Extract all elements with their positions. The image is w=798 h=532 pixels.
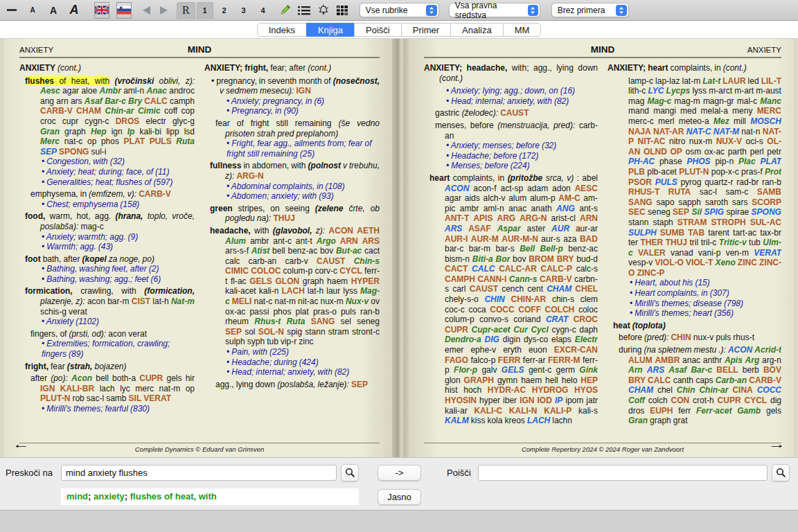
remedy[interactable]: carl [452,284,466,294]
remedy[interactable]: act-sp [501,184,524,193]
remedy[interactable]: AUR-I [445,234,468,244]
remedy[interactable]: COCC [757,385,781,395]
remedy[interactable]: Asaf [85,96,103,106]
remedy[interactable]: sac-l [87,393,104,403]
remedy[interactable]: spirae [727,207,750,217]
remedy[interactable]: Bor [496,254,511,264]
remedy[interactable]: BELL [716,365,738,375]
remedy[interactable]: osm [685,147,701,157]
remedy[interactable]: Ambr [99,86,121,96]
remedy[interactable]: nat-m [159,384,180,393]
tab-poišči[interactable]: Poišči [354,23,402,37]
remedy[interactable]: coriand [513,314,540,324]
remedy[interactable]: hyper [479,396,500,405]
remedy[interactable]: CALC-AR [499,264,537,274]
goto-button[interactable]: -> [378,465,421,481]
remedy[interactable]: Tritic-v [719,238,747,247]
remedy[interactable]: EUPH [650,406,673,416]
remedy[interactable]: carb-v [285,256,308,266]
remedy[interactable]: SPONG [752,207,781,217]
remedy[interactable]: AESC [575,184,598,193]
rubric-list-icon[interactable] [298,2,310,19]
cross-reference[interactable]: • Mirilli's themes; fearful (830) [19,404,195,414]
remedy[interactable]: Manc [760,96,781,106]
remedy[interactable]: AMBR [655,355,680,365]
tab-mm[interactable]: MM [503,23,542,37]
remedy[interactable]: CON [671,396,690,405]
remedy[interactable]: pras-f [741,167,763,177]
remedy[interactable]: coff [164,106,177,116]
tab-knjiga[interactable]: Knjiga [306,23,355,37]
remedy[interactable]: HYPER [351,276,380,286]
rubric-entry[interactable]: fullness in abdomen, with (polnost v tre… [204,161,380,181]
rubric-entry[interactable]: heat (toplota) [608,321,781,331]
remedy[interactable]: lach [100,384,115,393]
cross-reference[interactable]: • Menses; before (224) [424,161,598,171]
remedy[interactable]: ZINC-P [637,268,664,278]
remedy[interactable]: CALC [144,96,167,106]
remedy[interactable]: STROPH [711,218,746,227]
remedy[interactable]: Asaf [668,365,686,375]
remedy[interactable]: ran-b [360,307,380,317]
remedy[interactable]: hoch [463,385,481,395]
remedy[interactable]: Arg [745,355,760,365]
remedy[interactable]: KALI-BR [60,384,94,393]
remedy[interactable]: HYDROG [532,385,569,395]
remedy[interactable]: op [186,384,195,393]
remedy[interactable]: nit-ac [298,296,318,306]
remedy[interactable]: Aspar [497,224,521,233]
remedy[interactable]: mal-c [737,96,757,106]
remedy[interactable]: coc-c [445,305,465,314]
remedy[interactable]: colch [648,396,668,405]
remedy[interactable]: Cupr-acet [472,325,511,335]
cross-reference[interactable]: • Warmth; agg. (43) [19,242,195,252]
remedy[interactable]: CARB-V [40,106,73,116]
remedy[interactable]: m-aust [756,86,781,96]
remedy[interactable]: VERAT [754,248,781,258]
cross-reference[interactable]: • Headache; before (172) [424,151,598,161]
remedy[interactable]: Cycl [531,325,548,335]
remedy[interactable]: SEP [40,147,57,157]
remedy[interactable]: graph [303,276,324,286]
flag-uk-icon[interactable] [94,2,109,19]
remedy[interactable]: ACON [329,226,353,236]
remedy[interactable]: SEP [225,327,242,337]
remedy[interactable]: ant-c [273,236,292,246]
rubric-entry[interactable]: lamp-c lap-laz lat-m Lat-t LAUR led LIL-… [608,76,781,278]
remedy[interactable]: KALI-N [509,406,538,416]
remedy[interactable]: TAB [688,228,704,238]
remedy[interactable]: CANN-I [477,274,506,284]
remedy[interactable]: PLUT-N [40,393,70,403]
remedy[interactable]: CACT [445,264,468,274]
remedy[interactable]: ran-b [762,177,781,187]
remedy[interactable]: CUPR [718,396,741,405]
remedy[interactable]: petr [767,147,781,157]
cross-reference[interactable]: • Fright, fear agg., ailments from; fear… [204,139,380,159]
remedy[interactable]: caps [695,375,713,385]
rubric-entry[interactable]: emphysema, in (emfizem, v): CARB-V [19,189,195,200]
remedy[interactable]: Chin-ar [105,106,134,116]
remedy[interactable]: convo-s [479,314,508,324]
remedy[interactable]: HEP [580,375,598,385]
remedy[interactable]: haem [521,375,542,385]
remedy[interactable]: SULPH [628,228,657,238]
remedy[interactable]: Bry [128,96,142,106]
remedy[interactable]: falco-p [470,355,495,365]
breadcrumb-item[interactable]: mind [66,491,88,502]
remedy[interactable]: CAMPH [445,274,475,284]
cross-reference[interactable]: • Anxiety; menses; before (32) [424,141,598,151]
remedy[interactable]: BAD [580,234,598,244]
tab-indeks[interactable]: Indeks [257,23,307,37]
remedy[interactable]: CYCL [744,396,767,405]
remedy[interactable]: gent-c [529,365,551,375]
remedy[interactable]: Atist [251,246,270,256]
remedy[interactable]: aids [465,193,480,203]
remedy[interactable]: PLUT-N [679,167,709,177]
hint-bell-icon[interactable] [317,2,330,19]
remedy[interactable]: hir [186,373,195,383]
remedy[interactable]: benz-ac [568,244,598,254]
remedy[interactable]: NAT-M [713,127,739,136]
remedy[interactable]: FAGO [445,355,468,365]
remedy[interactable]: CHAM [547,284,571,294]
remedy[interactable]: Electr [575,335,598,344]
